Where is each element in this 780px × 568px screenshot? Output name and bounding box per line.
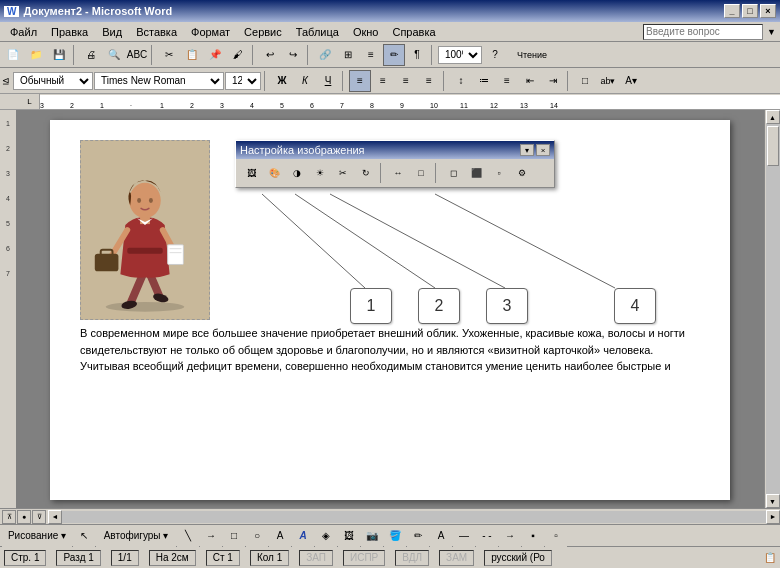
drawing-menu-button[interactable]: Рисование ▾ (2, 525, 72, 547)
search-input[interactable] (643, 24, 763, 40)
zoom-help[interactable]: ? (484, 44, 506, 66)
style-select[interactable]: Обычный (13, 72, 93, 90)
format-painter[interactable]: 🖌 (227, 44, 249, 66)
menu-file[interactable]: Файл (4, 25, 43, 39)
dash-style-button[interactable]: - - (476, 525, 498, 547)
line-spacing-button[interactable]: ↕ (450, 70, 472, 92)
decrease-indent-button[interactable]: ⇤ (519, 70, 541, 92)
show-para-button[interactable]: ¶ (406, 44, 428, 66)
scroll-up-button[interactable]: ▲ (766, 110, 780, 124)
close-button[interactable]: × (760, 4, 776, 18)
new-button[interactable]: 📄 (2, 44, 24, 66)
select-browse-button[interactable]: ● (17, 510, 31, 524)
hscroll-left-button[interactable]: ◄ (48, 510, 62, 524)
shadow-button[interactable]: ▫ (488, 162, 510, 184)
print-preview-button[interactable]: 🔍 (103, 44, 125, 66)
wrap-square-button[interactable]: □ (410, 162, 432, 184)
3d-button[interactable]: ▫ (545, 525, 567, 547)
brightness-button[interactable]: ☀ (309, 162, 331, 184)
text-box-tool[interactable]: A (269, 525, 291, 547)
wrap-text-button[interactable]: ↔ (387, 162, 409, 184)
menu-help[interactable]: Справка (386, 25, 441, 39)
insert-image-button[interactable]: 🖼 (240, 162, 262, 184)
hyperlink-button[interactable]: 🔗 (314, 44, 336, 66)
size-select[interactable]: 12 (225, 72, 261, 90)
increase-indent-button[interactable]: ⇥ (542, 70, 564, 92)
menu-table[interactable]: Таблица (290, 25, 345, 39)
rotate-button[interactable]: ↻ (355, 162, 377, 184)
format-object-button[interactable]: ⚙ (511, 162, 533, 184)
transparent-button[interactable]: ◻ (442, 162, 464, 184)
open-button[interactable]: 📁 (25, 44, 47, 66)
autoshapes-button[interactable]: Автофигуры ▾ (96, 525, 176, 547)
ruler-corner[interactable]: L (20, 94, 40, 110)
title-controls[interactable]: _ □ × (724, 4, 776, 18)
align-center-button[interactable]: ≡ (372, 70, 394, 92)
dialog-controls[interactable]: ▾ × (520, 144, 550, 156)
rect-tool[interactable]: □ (223, 525, 245, 547)
cut-button[interactable]: ✂ (158, 44, 180, 66)
document-area[interactable]: Настройка изображения ▾ × 🖼 🎨 ◑ ☀ ✂ ↻ ↔ … (16, 110, 764, 508)
search-arrow[interactable]: ▼ (767, 27, 776, 37)
numbering-button[interactable]: ≔ (473, 70, 495, 92)
dialog-pin-button[interactable]: ▾ (520, 144, 534, 156)
hscroll-right-button[interactable]: ► (766, 510, 780, 524)
align-justify-button[interactable]: ≡ (418, 70, 440, 92)
undo-button[interactable]: ↩ (259, 44, 281, 66)
color-button[interactable]: 🎨 (263, 162, 285, 184)
highlight-button[interactable]: ab▾ (597, 70, 619, 92)
redo-button[interactable]: ↪ (282, 44, 304, 66)
table-button[interactable]: ⊞ (337, 44, 359, 66)
line-style-button[interactable]: — (453, 525, 475, 547)
minimize-button[interactable]: _ (724, 4, 740, 18)
document-image[interactable] (80, 140, 210, 320)
font-color-button[interactable]: A▾ (620, 70, 642, 92)
picture-button[interactable]: 📷 (361, 525, 383, 547)
clipart-button[interactable]: 🖼 (338, 525, 360, 547)
scroll-thumb[interactable] (767, 126, 779, 166)
menu-window[interactable]: Окно (347, 25, 385, 39)
font-color-btn2[interactable]: A (430, 525, 452, 547)
contrast-button[interactable]: ◑ (286, 162, 308, 184)
save-button[interactable]: 💾 (48, 44, 70, 66)
arrow-tool[interactable]: → (200, 525, 222, 547)
print-button[interactable]: 🖨 (80, 44, 102, 66)
diagram-button[interactable]: ◈ (315, 525, 337, 547)
select-arrow-button[interactable]: ↖ (73, 525, 95, 547)
copy-button[interactable]: 📋 (181, 44, 203, 66)
menu-edit[interactable]: Правка (45, 25, 94, 39)
wordart-button[interactable]: A (292, 525, 314, 547)
prev-object-button[interactable]: ⊼ (2, 510, 16, 524)
border-image-button[interactable]: ⬛ (465, 162, 487, 184)
scroll-down-button[interactable]: ▼ (766, 494, 780, 508)
arrow-style-button[interactable]: → (499, 525, 521, 547)
line-tool[interactable]: ╲ (177, 525, 199, 547)
align-left-button[interactable]: ≡ (349, 70, 371, 92)
page-nav[interactable]: ⊼ ● ⊽ (2, 510, 46, 524)
oval-tool[interactable]: ○ (246, 525, 268, 547)
drawing-button[interactable]: ✏ (383, 44, 405, 66)
shadow-button2[interactable]: ▪ (522, 525, 544, 547)
vertical-scrollbar[interactable]: ▲ ▼ (764, 110, 780, 508)
columns-button[interactable]: ≡ (360, 44, 382, 66)
maximize-button[interactable]: □ (742, 4, 758, 18)
bullets-button[interactable]: ≡ (496, 70, 518, 92)
menu-format[interactable]: Формат (185, 25, 236, 39)
hscroll-track[interactable] (62, 511, 766, 523)
spell-button[interactable]: ABC (126, 44, 148, 66)
bold-button[interactable]: Ж (271, 70, 293, 92)
crop-button[interactable]: ✂ (332, 162, 354, 184)
menu-view[interactable]: Вид (96, 25, 128, 39)
menu-insert[interactable]: Вставка (130, 25, 183, 39)
align-right-button[interactable]: ≡ (395, 70, 417, 92)
read-mode-button[interactable]: Чтение (507, 44, 557, 66)
menu-service[interactable]: Сервис (238, 25, 288, 39)
zoom-select[interactable]: 100% (438, 46, 482, 64)
paste-button[interactable]: 📌 (204, 44, 226, 66)
italic-button[interactable]: К (294, 70, 316, 92)
underline-button[interactable]: Ч (317, 70, 339, 92)
next-object-button[interactable]: ⊽ (32, 510, 46, 524)
scroll-track[interactable] (766, 124, 780, 494)
dialog-close-button[interactable]: × (536, 144, 550, 156)
fill-color-button[interactable]: 🪣 (384, 525, 406, 547)
